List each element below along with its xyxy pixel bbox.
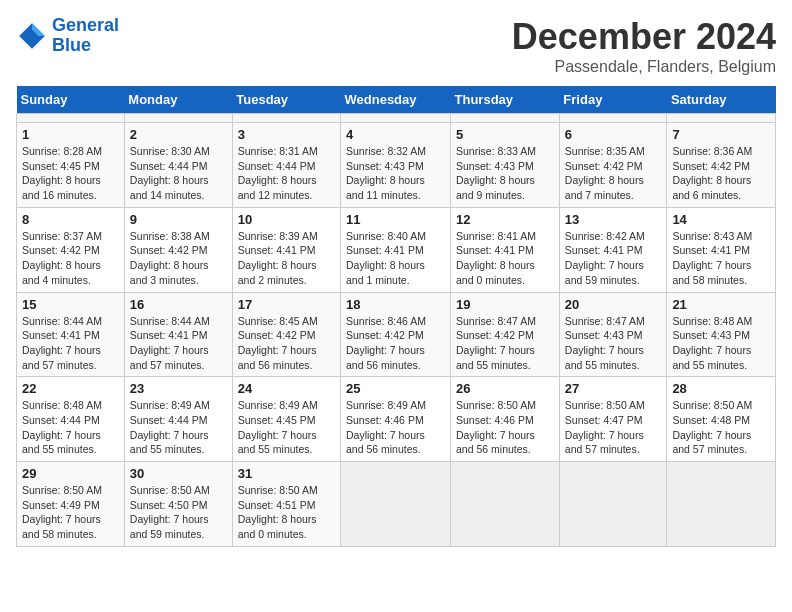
- day-number: 13: [565, 212, 662, 227]
- day-info: Sunrise: 8:49 AM Sunset: 4:45 PM Dayligh…: [238, 398, 335, 457]
- day-number: 8: [22, 212, 119, 227]
- day-info: Sunrise: 8:30 AM Sunset: 4:44 PM Dayligh…: [130, 144, 227, 203]
- day-number: 23: [130, 381, 227, 396]
- day-info: Sunrise: 8:42 AM Sunset: 4:41 PM Dayligh…: [565, 229, 662, 288]
- calendar-cell: [559, 114, 667, 123]
- day-info: Sunrise: 8:37 AM Sunset: 4:42 PM Dayligh…: [22, 229, 119, 288]
- calendar-cell: [667, 114, 776, 123]
- calendar-cell: [124, 114, 232, 123]
- day-number: 18: [346, 297, 445, 312]
- day-number: 3: [238, 127, 335, 142]
- day-number: 14: [672, 212, 770, 227]
- calendar-week-4: 22Sunrise: 8:48 AM Sunset: 4:44 PM Dayli…: [17, 377, 776, 462]
- day-info: Sunrise: 8:50 AM Sunset: 4:51 PM Dayligh…: [238, 483, 335, 542]
- calendar-cell: 28Sunrise: 8:50 AM Sunset: 4:48 PM Dayli…: [667, 377, 776, 462]
- day-info: Sunrise: 8:39 AM Sunset: 4:41 PM Dayligh…: [238, 229, 335, 288]
- calendar-cell: 19Sunrise: 8:47 AM Sunset: 4:42 PM Dayli…: [451, 292, 560, 377]
- day-number: 10: [238, 212, 335, 227]
- calendar-body: 1Sunrise: 8:28 AM Sunset: 4:45 PM Daylig…: [17, 114, 776, 547]
- calendar-cell: 8Sunrise: 8:37 AM Sunset: 4:42 PM Daylig…: [17, 207, 125, 292]
- day-number: 9: [130, 212, 227, 227]
- day-number: 17: [238, 297, 335, 312]
- day-info: Sunrise: 8:47 AM Sunset: 4:43 PM Dayligh…: [565, 314, 662, 373]
- day-number: 1: [22, 127, 119, 142]
- calendar-cell: [451, 114, 560, 123]
- calendar-header-row: SundayMondayTuesdayWednesdayThursdayFrid…: [17, 86, 776, 114]
- calendar-cell: 22Sunrise: 8:48 AM Sunset: 4:44 PM Dayli…: [17, 377, 125, 462]
- day-number: 20: [565, 297, 662, 312]
- calendar-cell: 17Sunrise: 8:45 AM Sunset: 4:42 PM Dayli…: [232, 292, 340, 377]
- calendar-cell: 26Sunrise: 8:50 AM Sunset: 4:46 PM Dayli…: [451, 377, 560, 462]
- calendar-cell: [559, 462, 667, 547]
- day-number: 30: [130, 466, 227, 481]
- day-number: 22: [22, 381, 119, 396]
- logo: General Blue: [16, 16, 119, 56]
- calendar-week-2: 8Sunrise: 8:37 AM Sunset: 4:42 PM Daylig…: [17, 207, 776, 292]
- calendar-cell: 4Sunrise: 8:32 AM Sunset: 4:43 PM Daylig…: [341, 123, 451, 208]
- calendar-cell: [232, 114, 340, 123]
- calendar-cell: [17, 114, 125, 123]
- calendar-cell: 27Sunrise: 8:50 AM Sunset: 4:47 PM Dayli…: [559, 377, 667, 462]
- day-info: Sunrise: 8:49 AM Sunset: 4:44 PM Dayligh…: [130, 398, 227, 457]
- column-header-sunday: Sunday: [17, 86, 125, 114]
- calendar-cell: 6Sunrise: 8:35 AM Sunset: 4:42 PM Daylig…: [559, 123, 667, 208]
- calendar-cell: 21Sunrise: 8:48 AM Sunset: 4:43 PM Dayli…: [667, 292, 776, 377]
- day-number: 4: [346, 127, 445, 142]
- calendar-week-1: 1Sunrise: 8:28 AM Sunset: 4:45 PM Daylig…: [17, 123, 776, 208]
- calendar-cell: 5Sunrise: 8:33 AM Sunset: 4:43 PM Daylig…: [451, 123, 560, 208]
- calendar-cell: 25Sunrise: 8:49 AM Sunset: 4:46 PM Dayli…: [341, 377, 451, 462]
- calendar-cell: 15Sunrise: 8:44 AM Sunset: 4:41 PM Dayli…: [17, 292, 125, 377]
- logo-line2: Blue: [52, 35, 91, 55]
- calendar-cell: 24Sunrise: 8:49 AM Sunset: 4:45 PM Dayli…: [232, 377, 340, 462]
- calendar-week-0: [17, 114, 776, 123]
- day-number: 11: [346, 212, 445, 227]
- day-number: 16: [130, 297, 227, 312]
- day-number: 24: [238, 381, 335, 396]
- calendar-cell: [667, 462, 776, 547]
- calendar-cell: 7Sunrise: 8:36 AM Sunset: 4:42 PM Daylig…: [667, 123, 776, 208]
- day-number: 12: [456, 212, 554, 227]
- calendar-cell: 9Sunrise: 8:38 AM Sunset: 4:42 PM Daylig…: [124, 207, 232, 292]
- day-number: 21: [672, 297, 770, 312]
- day-info: Sunrise: 8:40 AM Sunset: 4:41 PM Dayligh…: [346, 229, 445, 288]
- day-number: 25: [346, 381, 445, 396]
- title-area: December 2024 Passendale, Flanders, Belg…: [512, 16, 776, 76]
- day-info: Sunrise: 8:47 AM Sunset: 4:42 PM Dayligh…: [456, 314, 554, 373]
- column-header-monday: Monday: [124, 86, 232, 114]
- day-number: 5: [456, 127, 554, 142]
- day-info: Sunrise: 8:48 AM Sunset: 4:44 PM Dayligh…: [22, 398, 119, 457]
- day-info: Sunrise: 8:50 AM Sunset: 4:49 PM Dayligh…: [22, 483, 119, 542]
- calendar-cell: [341, 114, 451, 123]
- calendar-cell: [451, 462, 560, 547]
- day-info: Sunrise: 8:50 AM Sunset: 4:50 PM Dayligh…: [130, 483, 227, 542]
- day-number: 27: [565, 381, 662, 396]
- column-header-saturday: Saturday: [667, 86, 776, 114]
- day-info: Sunrise: 8:32 AM Sunset: 4:43 PM Dayligh…: [346, 144, 445, 203]
- calendar-cell: 31Sunrise: 8:50 AM Sunset: 4:51 PM Dayli…: [232, 462, 340, 547]
- column-header-wednesday: Wednesday: [341, 86, 451, 114]
- calendar-cell: 11Sunrise: 8:40 AM Sunset: 4:41 PM Dayli…: [341, 207, 451, 292]
- logo-text: General Blue: [52, 16, 119, 56]
- day-info: Sunrise: 8:44 AM Sunset: 4:41 PM Dayligh…: [130, 314, 227, 373]
- logo-line1: General: [52, 15, 119, 35]
- day-number: 28: [672, 381, 770, 396]
- logo-icon: [16, 20, 48, 52]
- day-info: Sunrise: 8:38 AM Sunset: 4:42 PM Dayligh…: [130, 229, 227, 288]
- calendar-table: SundayMondayTuesdayWednesdayThursdayFrid…: [16, 86, 776, 547]
- day-info: Sunrise: 8:36 AM Sunset: 4:42 PM Dayligh…: [672, 144, 770, 203]
- location-title: Passendale, Flanders, Belgium: [512, 58, 776, 76]
- calendar-cell: 14Sunrise: 8:43 AM Sunset: 4:41 PM Dayli…: [667, 207, 776, 292]
- day-number: 19: [456, 297, 554, 312]
- calendar-cell: 1Sunrise: 8:28 AM Sunset: 4:45 PM Daylig…: [17, 123, 125, 208]
- calendar-cell: 13Sunrise: 8:42 AM Sunset: 4:41 PM Dayli…: [559, 207, 667, 292]
- calendar-cell: 30Sunrise: 8:50 AM Sunset: 4:50 PM Dayli…: [124, 462, 232, 547]
- day-number: 6: [565, 127, 662, 142]
- column-header-friday: Friday: [559, 86, 667, 114]
- day-info: Sunrise: 8:44 AM Sunset: 4:41 PM Dayligh…: [22, 314, 119, 373]
- calendar-cell: 12Sunrise: 8:41 AM Sunset: 4:41 PM Dayli…: [451, 207, 560, 292]
- day-info: Sunrise: 8:50 AM Sunset: 4:47 PM Dayligh…: [565, 398, 662, 457]
- day-info: Sunrise: 8:46 AM Sunset: 4:42 PM Dayligh…: [346, 314, 445, 373]
- day-info: Sunrise: 8:28 AM Sunset: 4:45 PM Dayligh…: [22, 144, 119, 203]
- calendar-cell: 10Sunrise: 8:39 AM Sunset: 4:41 PM Dayli…: [232, 207, 340, 292]
- calendar-cell: [341, 462, 451, 547]
